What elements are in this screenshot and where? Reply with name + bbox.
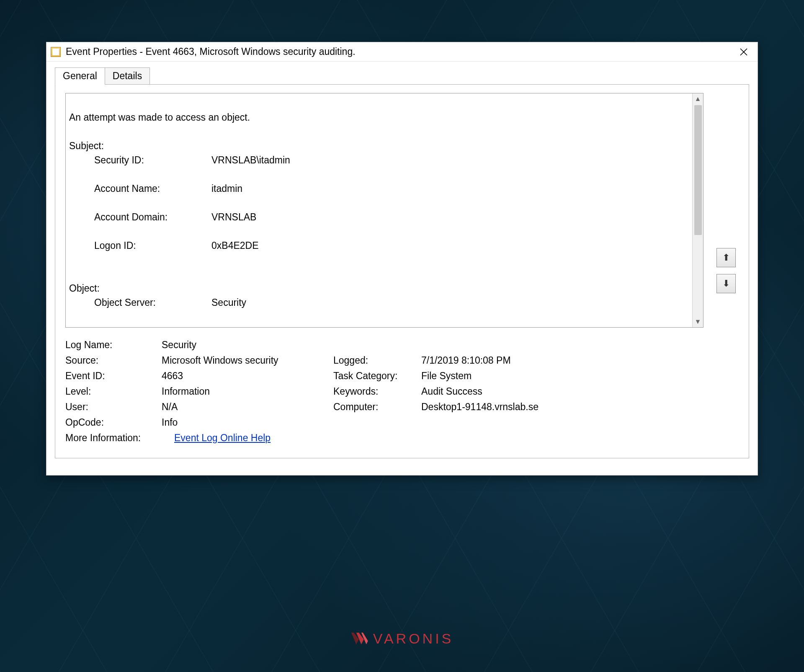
varonis-brand-text: VARONIS xyxy=(373,631,454,647)
close-button[interactable] xyxy=(734,42,753,62)
subject-account-domain-label: Account Domain: xyxy=(69,210,211,224)
description-scrollbar[interactable]: ▲ ▼ xyxy=(692,93,703,327)
scroll-down-arrow-icon[interactable]: ▼ xyxy=(693,316,703,327)
subject-account-domain-value: VRNSLAB xyxy=(211,210,256,224)
object-server-value: Security xyxy=(211,295,246,310)
subject-account-name-value: itadmin xyxy=(211,181,242,196)
keywords-label: Keywords: xyxy=(333,386,421,397)
user-label: User: xyxy=(65,401,162,413)
logged-value: 7/1/2019 8:10:08 PM xyxy=(421,355,704,366)
subject-logon-id-value: 0xB4E2DE xyxy=(211,238,259,253)
titlebar: Event Properties - Event 4663, Microsoft… xyxy=(46,42,758,62)
tab-panel-general: An attempt was made to access an object.… xyxy=(55,84,749,458)
logged-label: Logged: xyxy=(333,355,421,366)
scroll-thumb[interactable] xyxy=(694,105,702,235)
next-event-button[interactable]: ⬇ xyxy=(716,274,736,293)
event-properties-window: Event Properties - Event 4663, Microsoft… xyxy=(46,42,758,476)
source-label: Source: xyxy=(65,355,162,366)
level-value: Information xyxy=(162,386,333,397)
level-label: Level: xyxy=(65,386,162,397)
keywords-value: Audit Success xyxy=(421,386,704,397)
computer-value: Desktop1-91148.vrnslab.se xyxy=(421,401,704,413)
source-value: Microsoft Windows security xyxy=(162,355,333,366)
event-nav-side: ⬆ ⬇ xyxy=(714,93,739,448)
panel-main: An attempt was made to access an object.… xyxy=(65,93,704,448)
client-area: General Details An attempt was made to a… xyxy=(46,62,758,475)
task-category-label: Task Category: xyxy=(333,370,421,382)
tab-strip: General Details xyxy=(55,67,749,85)
more-information-label: More Information: xyxy=(65,432,174,444)
arrow-down-icon: ⬇ xyxy=(722,278,730,289)
event-id-value: 4663 xyxy=(162,370,333,382)
subject-security-id-label: Security ID: xyxy=(69,153,211,167)
log-name-value: Security xyxy=(162,339,333,351)
log-name-label: Log Name: xyxy=(65,339,162,351)
close-icon xyxy=(740,48,747,56)
user-value: N/A xyxy=(162,401,333,413)
varonis-brand: VARONIS xyxy=(350,631,454,647)
tab-general[interactable]: General xyxy=(55,67,105,85)
event-log-online-help-link[interactable]: Event Log Online Help xyxy=(174,432,271,444)
task-category-value: File System xyxy=(421,370,704,382)
desc-headline: An attempt was made to access an object. xyxy=(69,112,250,123)
event-description-box[interactable]: An attempt was made to access an object.… xyxy=(65,93,704,328)
event-id-label: Event ID: xyxy=(65,370,162,382)
subject-account-name-label: Account Name: xyxy=(69,181,211,196)
varonis-logo-icon xyxy=(350,632,368,646)
event-description-text: An attempt was made to access an object.… xyxy=(66,93,703,328)
object-server-label: Object Server: xyxy=(69,295,211,310)
event-metadata: Log Name: Security Source: Microsoft Win… xyxy=(65,339,704,444)
window-title: Event Properties - Event 4663, Microsoft… xyxy=(66,46,734,57)
arrow-up-icon: ⬆ xyxy=(722,252,730,263)
tab-details[interactable]: Details xyxy=(105,67,150,85)
previous-event-button[interactable]: ⬆ xyxy=(716,248,736,267)
desc-subject-label: Subject: xyxy=(69,140,104,151)
event-viewer-icon xyxy=(51,47,61,57)
scroll-up-arrow-icon[interactable]: ▲ xyxy=(693,93,703,104)
computer-label: Computer: xyxy=(333,401,421,413)
opcode-label: OpCode: xyxy=(65,417,162,428)
opcode-value: Info xyxy=(162,417,333,428)
subject-logon-id-label: Logon ID: xyxy=(69,238,211,253)
object-type-value: File xyxy=(211,324,227,328)
desc-object-label: Object: xyxy=(69,283,100,294)
object-type-label: Object Type: xyxy=(69,324,211,328)
subject-security-id-value: VRNSLAB\itadmin xyxy=(211,153,290,167)
